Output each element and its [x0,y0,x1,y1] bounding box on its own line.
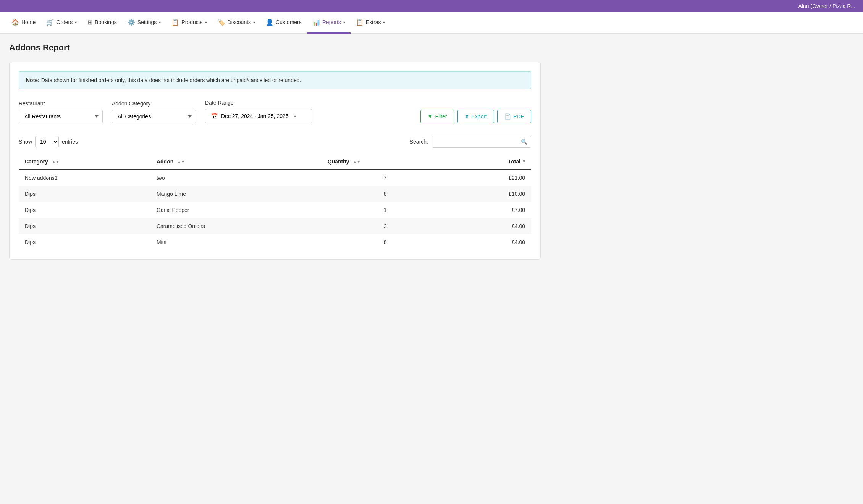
orders-chevron-icon: ▾ [75,20,77,24]
col-total[interactable]: Total ▾ [449,154,531,170]
nav-home-label: Home [21,19,36,25]
table-row: Dips Mango Lime 8 £10.00 [19,186,531,202]
cell-addon: two [150,170,322,186]
export-icon: ⬆ [465,113,469,120]
table-row: Dips Garlic Pepper 1 £7.00 [19,202,531,218]
nav-extras[interactable]: 📋 Extras ▾ [351,12,391,34]
nav-bookings[interactable]: ⊞ Bookings [82,12,122,34]
cell-total: £4.00 [449,218,531,234]
cell-total: £21.00 [449,170,531,186]
main-content: Addons Report Note: Data shown for finis… [0,34,550,269]
nav-discounts-label: Discounts [228,19,251,25]
export-button-label: Export [472,113,487,120]
discounts-icon: 🏷️ [218,19,225,26]
table-controls: Show 10 25 50 100 entries Search: 🔍 [19,136,531,148]
cell-addon: Mint [150,234,322,250]
table-row: Dips Caramelised Onions 2 £4.00 [19,218,531,234]
search-label: Search: [410,139,428,145]
nav-reports-label: Reports [322,19,341,25]
addon-category-label: Addon Category [112,100,196,107]
date-range-filter-group: Date Range 📅 Dec 27, 2024 - Jan 25, 2025… [205,100,312,123]
nav-products[interactable]: 📋 Products ▾ [166,12,212,34]
action-buttons: ▼ Filter ⬆ Export 📄 PDF [420,110,531,123]
nav-orders-label: Orders [56,19,73,25]
products-chevron-icon: ▾ [205,20,207,24]
settings-chevron-icon: ▾ [159,20,161,24]
pdf-icon: 📄 [504,113,511,120]
cell-quantity: 8 [322,234,449,250]
cell-addon: Garlic Pepper [150,202,322,218]
col-quantity-label: Quantity [328,158,349,165]
col-total-label: Total [508,158,520,165]
date-caret-icon: ▾ [294,114,296,118]
filter-funnel-icon: ▼ [428,113,433,120]
nav-customers-label: Customers [276,19,302,25]
search-input[interactable] [432,136,531,148]
cell-quantity: 8 [322,186,449,202]
col-quantity[interactable]: Quantity ▲▼ [322,154,449,170]
col-category-label: Category [25,158,48,165]
entries-suffix: entries [62,139,78,145]
nav-settings-label: Settings [137,19,157,25]
note-prefix: Note: [26,77,40,83]
col-category[interactable]: Category ▲▼ [19,154,150,170]
cell-addon: Caramelised Onions [150,218,322,234]
table-body: New addons1 two 7 £21.00 Dips Mango Lime… [19,170,531,250]
date-range-button[interactable]: 📅 Dec 27, 2024 - Jan 25, 2025 ▾ [205,109,312,123]
filter-button[interactable]: ▼ Filter [420,110,454,123]
col-addon-label: Addon [157,158,173,165]
top-bar: Alan (Owner / Pizza R... [0,0,863,12]
cell-total: £4.00 [449,234,531,250]
discounts-chevron-icon: ▾ [253,20,255,24]
col-addon[interactable]: Addon ▲▼ [150,154,322,170]
nav-bar: 🏠 Home 🛒 Orders ▾ ⊞ Bookings ⚙️ Settings… [0,12,863,34]
note-text: Data shown for finished orders only, thi… [41,77,301,83]
show-label: Show [19,139,32,145]
settings-icon: ⚙️ [128,19,135,26]
addons-table: Category ▲▼ Addon ▲▼ Quantity ▲▼ Total ▾ [19,154,531,250]
nav-customers[interactable]: 👤 Customers [260,12,307,34]
restaurant-filter-group: Restaurant All Restaurants [19,100,103,123]
entries-select[interactable]: 10 25 50 100 [35,136,59,147]
table-row: New addons1 two 7 £21.00 [19,170,531,186]
nav-orders[interactable]: 🛒 Orders ▾ [41,12,82,34]
cell-category: Dips [19,218,150,234]
cell-category: Dips [19,186,150,202]
filter-row: Restaurant All Restaurants Addon Categor… [19,100,531,123]
nav-settings[interactable]: ⚙️ Settings ▾ [122,12,166,34]
cell-total: £10.00 [449,186,531,202]
page-title: Addons Report [9,43,541,53]
addon-category-filter-group: Addon Category All Categories [112,100,196,123]
export-button[interactable]: ⬆ Export [457,110,494,123]
note-box: Note: Data shown for finished orders onl… [19,71,531,89]
restaurant-select[interactable]: All Restaurants [19,110,103,123]
nav-bookings-label: Bookings [95,19,117,25]
pdf-button[interactable]: 📄 PDF [497,110,531,123]
category-sort-icon: ▲▼ [52,160,60,164]
date-range-value: Dec 27, 2024 - Jan 25, 2025 [221,113,289,119]
pdf-button-label: PDF [513,113,524,120]
calendar-icon: 📅 [211,113,218,120]
cell-quantity: 2 [322,218,449,234]
addon-category-select[interactable]: All Categories [112,110,196,123]
orders-icon: 🛒 [46,19,54,26]
nav-reports[interactable]: 📊 Reports ▾ [307,12,351,34]
total-sort-icon: ▾ [523,158,525,164]
restaurant-label: Restaurant [19,100,103,107]
cell-quantity: 1 [322,202,449,218]
cell-category: Dips [19,202,150,218]
products-icon: 📋 [171,19,179,26]
user-info: Alan (Owner / Pizza R... [798,3,855,9]
nav-extras-label: Extras [366,19,381,25]
reports-chevron-icon: ▾ [343,20,345,24]
cell-total: £7.00 [449,202,531,218]
search-icon: 🔍 [521,139,527,145]
search-input-wrap: 🔍 [432,136,531,148]
cell-quantity: 7 [322,170,449,186]
bookings-icon: ⊞ [87,19,92,26]
date-range-label: Date Range [205,100,312,106]
nav-home[interactable]: 🏠 Home [6,12,41,34]
nav-discounts[interactable]: 🏷️ Discounts ▾ [212,12,260,34]
show-entries: Show 10 25 50 100 entries [19,136,78,147]
nav-products-label: Products [181,19,202,25]
